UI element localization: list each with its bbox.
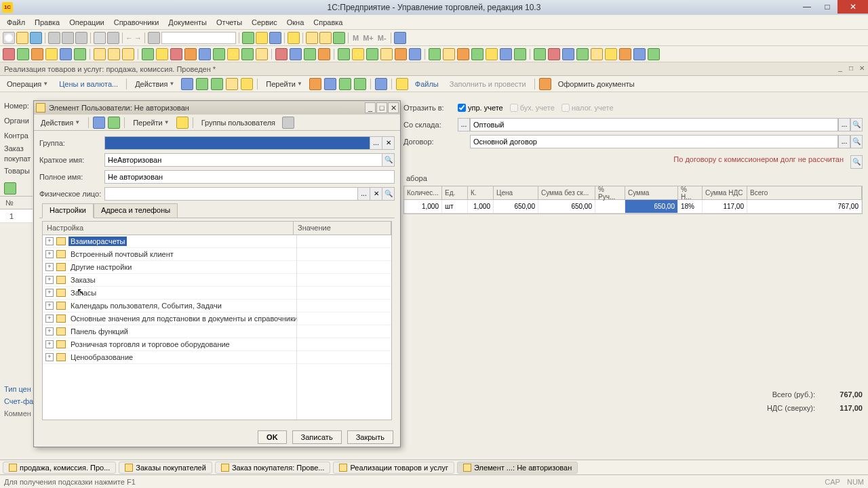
dlg-close-button[interactable]: Закрыть	[347, 430, 393, 444]
tree-row[interactable]: +Ценообразование	[43, 351, 391, 364]
expand-icon[interactable]: +	[45, 327, 54, 336]
menu-service[interactable]: Сервис	[248, 17, 281, 28]
rb-icon[interactable]	[375, 78, 387, 90]
t2-icon[interactable]	[17, 48, 29, 60]
t2-icon[interactable]	[275, 48, 288, 60]
t2-icon[interactable]	[500, 48, 512, 60]
sum-cell-selected[interactable]: 650,00	[625, 200, 678, 213]
t2-icon[interactable]	[290, 48, 302, 60]
t2-icon[interactable]	[633, 48, 646, 60]
t2-icon[interactable]	[562, 48, 574, 60]
t2-icon[interactable]	[443, 48, 455, 60]
t2-icon[interactable]	[352, 48, 364, 60]
tree-row[interactable]: +Основные значения для подстановки в док…	[43, 312, 391, 325]
t2-icon[interactable]	[457, 48, 469, 60]
t2-icon[interactable]	[380, 48, 393, 60]
info-icon[interactable]	[288, 32, 300, 44]
hdr-sum[interactable]: Сумма	[625, 186, 678, 199]
rb-icon[interactable]	[211, 78, 223, 90]
t2-icon[interactable]	[74, 48, 86, 60]
task-item-active[interactable]: Элемент ...: Не авторизован	[457, 462, 578, 474]
t2-icon[interactable]	[395, 48, 407, 60]
t2-icon[interactable]	[213, 48, 225, 60]
t2-icon[interactable]	[227, 48, 239, 60]
t2-icon[interactable]	[409, 48, 421, 60]
search-input[interactable]	[161, 32, 236, 44]
hdr-pct[interactable]: % Руч...	[595, 186, 625, 199]
rb-icon[interactable]	[196, 78, 208, 90]
expand-icon[interactable]: +	[45, 237, 54, 245]
menu-windows[interactable]: Окна	[283, 17, 309, 28]
doc-min-button[interactable]: _	[835, 64, 845, 74]
menu-operations[interactable]: Операции	[65, 17, 108, 28]
contract-more-button[interactable]: ...	[838, 135, 850, 148]
hdr-total[interactable]: Всего	[747, 186, 862, 199]
debt-search-button[interactable]: 🔍	[850, 155, 863, 169]
task-item[interactable]: Заказы покупателей	[119, 462, 212, 474]
close-button[interactable]: ✕	[837, 0, 868, 14]
t2-icon[interactable]	[304, 48, 316, 60]
user-icon[interactable]	[282, 117, 294, 129]
dlg-max-button[interactable]: □	[376, 102, 387, 113]
chk-upr[interactable]: упр. учете	[458, 104, 503, 112]
price-type-link[interactable]: Тип цен	[4, 385, 33, 397]
search-icon[interactable]	[148, 32, 160, 44]
save-icon[interactable]	[30, 32, 42, 44]
fiz-field[interactable]	[104, 187, 358, 201]
t2-icon[interactable]	[318, 48, 330, 60]
tree-row[interactable]: +Взаиморасчеты	[43, 235, 391, 248]
warehouse-field[interactable]: Оптовый	[470, 118, 838, 131]
tb-yellow-icon[interactable]	[256, 32, 268, 44]
rb-icon[interactable]	[339, 78, 351, 90]
tb-folder3-icon[interactable]	[319, 32, 332, 44]
fiz-sel-button[interactable]: ...	[358, 187, 370, 201]
dlg-tb-icon[interactable]	[108, 117, 120, 129]
t2-icon[interactable]	[548, 48, 560, 60]
files-button[interactable]: Файлы	[411, 79, 443, 89]
menu-help[interactable]: Справка	[309, 17, 347, 28]
t2-icon[interactable]	[45, 48, 58, 60]
group-field[interactable]	[104, 136, 370, 150]
new-doc-icon[interactable]	[3, 32, 15, 44]
short-field[interactable]: НеАвторизован	[104, 153, 382, 167]
rb-icon[interactable]	[181, 78, 193, 90]
t2-icon[interactable]	[31, 48, 43, 60]
t2-icon[interactable]	[591, 48, 603, 60]
t2-icon[interactable]	[471, 48, 484, 60]
t2-icon[interactable]	[94, 48, 106, 60]
contract-field[interactable]: Основной договор	[470, 135, 838, 148]
t2-icon[interactable]	[156, 48, 168, 60]
chk-nal[interactable]: налог. учете	[561, 104, 614, 112]
menu-edit[interactable]: Правка	[31, 17, 64, 28]
expand-icon[interactable]: +	[45, 263, 54, 271]
preview-icon[interactable]	[107, 32, 119, 44]
doc-close-button[interactable]: ✕	[857, 64, 867, 74]
goto-button[interactable]: Перейти▼	[262, 79, 307, 89]
t2-icon[interactable]	[648, 48, 660, 60]
m-plus-label[interactable]: M+	[361, 34, 375, 42]
t2-icon[interactable]	[199, 48, 211, 60]
t2-icon[interactable]	[514, 48, 526, 60]
t2-icon[interactable]	[60, 48, 72, 60]
expand-icon[interactable]: +	[45, 289, 54, 297]
tree-row[interactable]: +Календарь пользователя, События, Задачи	[43, 300, 391, 312]
t2-icon[interactable]	[486, 48, 498, 60]
t2-icon[interactable]	[108, 48, 120, 60]
hdr-vatsum[interactable]: Сумма НДС	[703, 186, 747, 199]
fiz-clear-button[interactable]: ✕	[370, 187, 382, 201]
dlg-tb-icon[interactable]	[93, 117, 105, 129]
calc-icon[interactable]	[394, 32, 406, 44]
tb-blue-icon[interactable]	[269, 32, 281, 44]
minimize-button[interactable]: —	[797, 0, 817, 14]
chk-buh[interactable]: бух. учете	[510, 104, 555, 112]
t2-icon[interactable]	[142, 48, 154, 60]
task-item[interactable]: Реализации товаров и услуг	[333, 462, 454, 474]
expand-icon[interactable]: +	[45, 250, 54, 258]
rb-icon[interactable]	[241, 78, 253, 90]
maximize-button[interactable]: □	[817, 0, 837, 14]
tree-row[interactable]: +Другие настройки	[43, 261, 391, 274]
tree-row[interactable]: +Заказы	[43, 274, 391, 287]
format-docs-button[interactable]: Оформить документы	[554, 79, 639, 89]
t2-icon[interactable]	[366, 48, 378, 60]
dlg-min-button[interactable]: _	[365, 102, 376, 113]
